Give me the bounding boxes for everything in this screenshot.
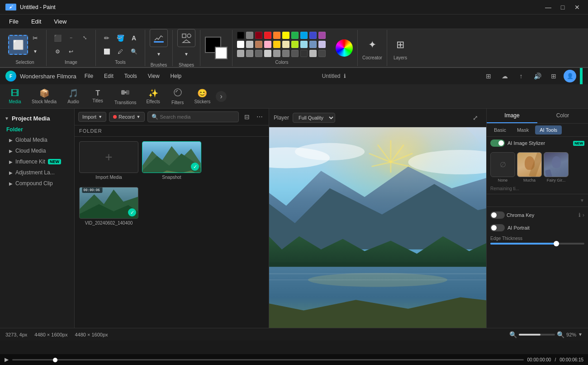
sidebar-folder-active[interactable]: Folder [0, 125, 74, 134]
snapshot-thumb[interactable]: ✓ [142, 141, 201, 173]
selection-tool-rect[interactable]: ⬜ [8, 35, 28, 55]
swatch-r3-4[interactable] [264, 50, 271, 57]
swatch-r3-3[interactable] [255, 50, 262, 57]
upload-icon[interactable]: ↑ [515, 70, 527, 82]
swatch-gray1[interactable] [246, 32, 253, 39]
selection-free[interactable]: ✂ [29, 32, 42, 44]
zoom-slider[interactable] [519, 334, 555, 336]
eraser-tool[interactable]: ⬜ [100, 45, 113, 58]
swatch-lavender[interactable] [318, 41, 326, 48]
shape-selector[interactable] [177, 29, 195, 47]
fill-tool[interactable]: 🪣 [114, 32, 127, 44]
swatch-purple[interactable] [318, 32, 326, 39]
swatch-orange[interactable] [273, 32, 280, 39]
sub-tab-ai-tools[interactable]: AI Tools [535, 125, 562, 134]
swatch-brown[interactable] [255, 41, 262, 48]
image-rotate[interactable]: ↩ [65, 45, 77, 58]
brush-selector[interactable] [150, 29, 168, 47]
sound-icon[interactable]: 🔊 [531, 70, 544, 82]
swatch-green[interactable] [291, 32, 299, 39]
selection-dropdown[interactable]: ▼ [29, 45, 42, 58]
style-none[interactable]: ∅ None [490, 152, 515, 182]
grid-icon[interactable]: ⊞ [547, 70, 560, 82]
swatch-r3-8[interactable] [300, 50, 308, 57]
image-effects[interactable]: ⚙ [51, 45, 64, 58]
snapshot-item[interactable]: ✓ Snapshot [142, 141, 201, 180]
swatch-white[interactable] [237, 41, 244, 48]
style-fairy-thumb[interactable] [544, 152, 569, 177]
preview-expand-icon[interactable]: ⤢ [469, 111, 482, 124]
close-button[interactable]: ✕ [572, 2, 583, 13]
tab-image[interactable]: Image [487, 109, 537, 123]
swatch-cornblue[interactable] [309, 41, 317, 48]
tool-effects[interactable]: ✨ Effects [142, 86, 165, 106]
style-mucha-thumb[interactable] [517, 152, 542, 177]
video-thumb[interactable]: 00:00:06 ✓ [79, 187, 138, 219]
brush-dropdown[interactable]: ▼ [150, 48, 168, 61]
zoom-in-icon[interactable]: 🔍 [557, 331, 564, 338]
swatch-lightorange[interactable] [273, 41, 280, 48]
swatch-r3-10[interactable] [318, 50, 326, 57]
chroma-info-icon[interactable]: ℹ [579, 212, 581, 218]
image-expand[interactable]: ⤡ [78, 32, 91, 44]
sidebar-project-media-header[interactable]: ▼ Project Media [0, 112, 74, 125]
shape-dropdown[interactable]: ▼ [177, 48, 195, 61]
swatch-r3-2[interactable] [246, 50, 253, 57]
menu-file[interactable]: File [4, 16, 24, 27]
nav-edit[interactable]: Edit [100, 71, 118, 81]
style-mucha[interactable]: Mucha [517, 152, 542, 182]
zoom-dropdown-icon[interactable]: ▼ [578, 332, 583, 337]
search-input[interactable] [160, 114, 235, 120]
tool-transitions[interactable]: Transitions [111, 86, 140, 107]
cocreator-icon[interactable]: ✦ [364, 36, 381, 53]
sub-tab-basic[interactable]: Basic [489, 125, 511, 134]
tool-media[interactable]: 🎞 Media [4, 87, 26, 106]
swatch-lightyellow[interactable] [282, 41, 289, 48]
layers-icon[interactable]: ⊞ [392, 36, 409, 53]
secondary-color[interactable] [215, 47, 228, 59]
nav-tools[interactable]: Tools [120, 71, 142, 81]
sidebar-compound-clip[interactable]: ▶ Compound Clip [0, 178, 74, 189]
swatch-r3-5[interactable] [273, 50, 280, 57]
save-cloud-icon[interactable]: ☁ [498, 70, 511, 82]
swatch-pink[interactable] [264, 41, 271, 48]
swatch-r3-6[interactable] [282, 50, 289, 57]
user-avatar[interactable]: 👤 [564, 70, 576, 82]
swatch-black[interactable] [237, 32, 244, 39]
import-thumb[interactable]: + [79, 141, 138, 173]
menu-view[interactable]: View [48, 16, 72, 27]
edge-thickness-slider[interactable] [490, 243, 584, 245]
tool-audio[interactable]: 🎵 Audio [62, 86, 85, 106]
chroma-expand-icon[interactable]: › [583, 212, 584, 218]
zoom-tool[interactable]: 🔍 [128, 45, 140, 58]
maximize-button[interactable]: □ [557, 2, 568, 13]
style-fairy[interactable]: Fairy Gir... [544, 152, 569, 182]
zoom-out-icon[interactable]: 🔍 [509, 331, 517, 338]
sidebar-global-media[interactable]: ▶ Global Media [0, 134, 74, 145]
sidebar-adjustment-layer[interactable]: ▶ Adjustment La... [0, 167, 74, 178]
sub-tab-mask[interactable]: Mask [512, 125, 533, 134]
ai-portrait-toggle[interactable] [490, 224, 505, 231]
crop-tool[interactable]: ⬛ [51, 32, 64, 44]
color-picker-tool[interactable]: 🖊 [114, 45, 127, 58]
swatch-lightgreen[interactable] [291, 41, 299, 48]
swatch-blue[interactable] [309, 32, 317, 39]
swatch-teal[interactable] [300, 32, 308, 39]
swatch-darkred[interactable] [255, 32, 262, 39]
tool-stickers[interactable]: 😊 Stickers [191, 86, 214, 106]
toolbar-more-chevron[interactable]: › [216, 91, 227, 102]
video-item[interactable]: 00:00:06 ✓ VID_20240602_140400 [79, 187, 138, 226]
tab-color[interactable]: Color [537, 109, 588, 123]
swatch-r3-9[interactable] [309, 50, 317, 57]
swatch-r3-1[interactable] [237, 50, 244, 57]
nav-view[interactable]: View [143, 71, 164, 81]
record-button[interactable]: Record ▼ [109, 112, 144, 122]
chroma-key-toggle[interactable] [490, 211, 505, 219]
nav-help[interactable]: Help [166, 71, 186, 81]
layout-icon[interactable]: ⊞ [482, 70, 495, 82]
sidebar-influence-kit[interactable]: ▶ Influence Kit NEW [0, 156, 74, 167]
quality-select[interactable]: Full Quality [293, 113, 335, 123]
style-none-thumb[interactable]: ∅ [490, 152, 515, 177]
swatch-red[interactable] [264, 32, 271, 39]
nav-file[interactable]: File [80, 71, 98, 81]
